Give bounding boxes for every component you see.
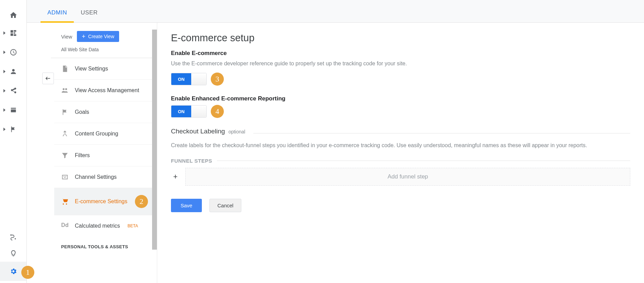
filter-icon (61, 152, 69, 159)
cart-icon (61, 198, 69, 205)
annotation-3: 3 (211, 73, 224, 86)
attribution-nav[interactable] (0, 229, 26, 245)
svg-point-0 (10, 235, 11, 236)
page-title: E-commerce setup (171, 32, 630, 44)
plus-icon: + (82, 33, 85, 40)
back-arrow-icon (45, 76, 51, 81)
triangle-icon (3, 128, 5, 131)
annotation-4: 4 (211, 105, 224, 118)
dd-icon: Dd (61, 222, 69, 230)
enable-ecommerce-label: Enable E-commerce (171, 50, 630, 57)
home-icon (9, 11, 18, 19)
toggle-handle (191, 106, 206, 117)
ecommerce-setup-panel: E-commerce setup Enable E-commerce Use t… (157, 23, 644, 283)
person-icon (10, 68, 17, 75)
flag-icon (61, 108, 69, 116)
audience-nav[interactable] (0, 62, 26, 81)
realtime-nav[interactable] (0, 43, 26, 62)
menu-filters[interactable]: Filters (54, 145, 157, 166)
menu-view-access[interactable]: View Access Management (54, 80, 157, 101)
save-button[interactable]: Save (171, 199, 202, 212)
tab-admin[interactable]: ADMIN (41, 9, 74, 22)
menu-label: Filters (75, 152, 90, 159)
customization-nav[interactable] (0, 23, 26, 43)
lightbulb-icon (10, 250, 17, 257)
gear-icon (10, 268, 17, 275)
checkout-labeling-label: Checkout Labeling (171, 128, 225, 135)
merge-icon (61, 130, 69, 138)
back-button[interactable] (42, 73, 54, 84)
admin-tabs: ADMIN USER (27, 0, 644, 23)
annotation-2: 2 (135, 195, 148, 208)
acquisition-nav[interactable] (0, 81, 26, 100)
triangle-icon (3, 51, 5, 54)
people-icon (61, 87, 69, 94)
channel-icon (61, 173, 69, 181)
triangle-icon (3, 108, 5, 112)
add-funnel-step-field[interactable]: Add funnel step (185, 168, 630, 186)
menu-ecommerce-settings[interactable]: E-commerce Settings 2 (54, 188, 157, 215)
tab-user[interactable]: USER (74, 9, 104, 22)
toggle-handle (191, 73, 206, 85)
menu-label: View Access Management (75, 87, 139, 94)
view-column: View + Create View All Web Site Data Vie… (27, 23, 157, 283)
menu-label: Content Grouping (75, 131, 118, 137)
funnel-steps-header: FUNNEL STEPS (171, 158, 630, 164)
beta-badge: BETA (128, 224, 138, 228)
page-icon (10, 106, 17, 114)
toggle-on-label: ON (171, 106, 191, 117)
svg-point-1 (14, 238, 16, 240)
triangle-icon (3, 89, 5, 92)
discover-nav[interactable] (0, 245, 26, 262)
flag-icon (10, 126, 17, 133)
clock-icon (10, 48, 17, 56)
view-menu: View Settings View Access Management Goa… (51, 58, 157, 249)
checkout-labeling-header: Checkout Labeling optional (171, 128, 630, 135)
enable-ecommerce-desc: Use the E-commerce developer reference g… (171, 59, 630, 68)
personal-tools-header: PERSONAL TOOLS & ASSETS (54, 237, 157, 249)
view-label: View (61, 34, 72, 40)
menu-goals[interactable]: Goals (54, 101, 157, 123)
menu-label: E-commerce Settings (75, 198, 127, 205)
add-funnel-step-plus[interactable]: + (171, 172, 180, 181)
triangle-icon (3, 31, 5, 35)
menu-calculated-metrics[interactable]: Dd Calculated metrics BETA (54, 215, 157, 237)
menu-content-grouping[interactable]: Content Grouping (54, 123, 157, 145)
cancel-button[interactable]: Cancel (209, 199, 241, 212)
dashboard-icon (10, 29, 17, 37)
column-scrollbar[interactable] (152, 30, 157, 250)
home-nav[interactable] (0, 7, 26, 23)
enable-enhanced-label: Enable Enhanced E-commerce Reporting (171, 95, 630, 102)
menu-label: Channel Settings (75, 174, 117, 180)
menu-label: Goals (75, 109, 89, 115)
create-view-label: Create View (88, 34, 114, 39)
optional-label: optional (228, 129, 245, 134)
behavior-nav[interactable] (0, 100, 26, 120)
menu-view-settings[interactable]: View Settings (54, 58, 157, 80)
triangle-icon (3, 70, 5, 73)
view-name[interactable]: All Web Site Data (51, 47, 157, 58)
checkout-labeling-desc: Create labels for the checkout-funnel st… (171, 141, 630, 150)
menu-label: View Settings (75, 66, 108, 72)
conversions-nav[interactable] (0, 120, 26, 139)
enable-ecommerce-toggle[interactable]: ON (171, 73, 207, 85)
share-icon (10, 87, 17, 95)
path-icon (10, 233, 17, 241)
enable-enhanced-toggle[interactable]: ON (171, 105, 207, 118)
menu-label: Calculated metrics (75, 223, 120, 229)
document-icon (61, 65, 69, 73)
left-nav-rail: 1 (0, 0, 27, 283)
toggle-on-label: ON (171, 73, 191, 85)
menu-channel-settings[interactable]: Channel Settings (54, 166, 157, 188)
create-view-button[interactable]: + Create View (77, 31, 119, 42)
